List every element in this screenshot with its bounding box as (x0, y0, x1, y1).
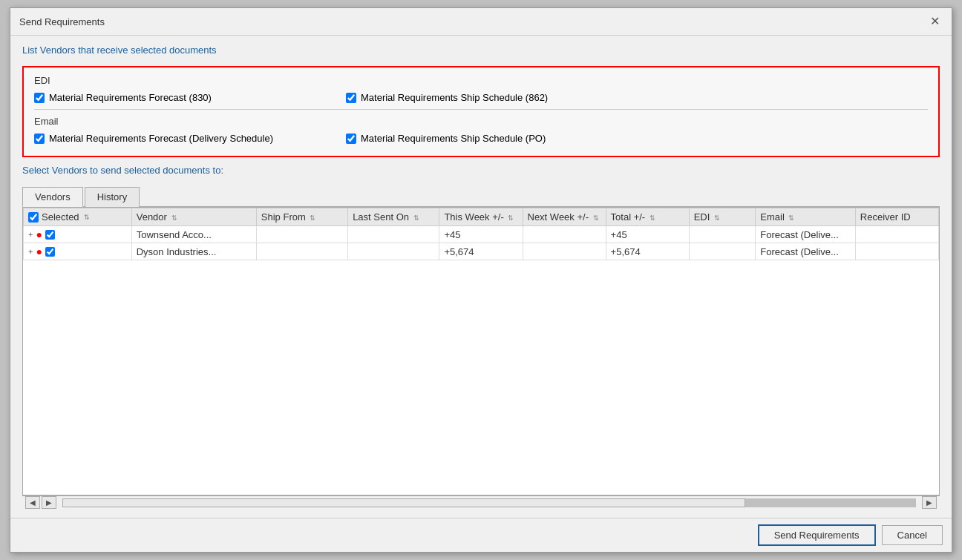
select-vendors-label: Select Vendors to send selected document… (22, 165, 940, 176)
th-receiver-id-label: Receiver ID (860, 211, 911, 223)
email-checkbox-row: Material Requirements Forecast (Delivery… (34, 133, 928, 144)
cell-receiver-id (855, 243, 938, 260)
cell-next-week (523, 243, 606, 260)
th-selected-label: Selected (42, 211, 79, 223)
select-all-checkbox[interactable] (28, 212, 39, 223)
expand-icon[interactable]: + (28, 247, 33, 256)
cancel-button[interactable]: Cancel (882, 525, 943, 545)
last-sent-sort-icon: ⇅ (413, 214, 419, 222)
th-email: Email ⇅ (756, 208, 856, 226)
th-next-week: Next Week +/- ⇅ (523, 208, 606, 226)
tab-history[interactable]: History (85, 187, 140, 207)
dialog-body: List Vendors that receive selected docum… (10, 36, 952, 518)
cell-this-week: +5,674 (439, 243, 523, 260)
dialog-footer: Send Requirements Cancel (10, 518, 952, 552)
cell-this-week: +45 (439, 226, 523, 243)
scroll-end-button[interactable]: ▶ (922, 496, 937, 509)
edi-email-divider (34, 109, 928, 110)
th-vendor: Vendor ⇅ (131, 208, 256, 226)
cell-selected: + ● (24, 226, 132, 243)
vendors-section: Vendors History Selected ⇅ (22, 186, 940, 509)
th-this-week: This Week +/- ⇅ (439, 208, 523, 226)
document-selection-box: EDI Material Requirements Forecast (830)… (22, 66, 940, 157)
email-section-title: Email (34, 116, 928, 127)
cell-vendor: Townsend Acco... (131, 226, 256, 243)
tab-vendors[interactable]: Vendors (22, 187, 83, 207)
this-week-sort-icon: ⇅ (508, 214, 514, 222)
th-email-label: Email (760, 211, 785, 223)
horizontal-scrollbar-area: ◀ ▶ ▶ (22, 495, 940, 509)
cell-email: Forecast (Delive... (756, 243, 856, 260)
cell-last-sent (348, 243, 439, 260)
edi-section-title: EDI (34, 75, 928, 86)
th-last-sent: Last Sent On ⇅ (348, 208, 439, 226)
next-week-sort-icon: ⇅ (593, 214, 599, 222)
send-requirements-button[interactable]: Send Requirements (758, 524, 876, 546)
th-selected: Selected ⇅ (24, 208, 132, 226)
expand-icon[interactable]: + (28, 230, 33, 239)
cell-last-sent (348, 226, 439, 243)
vendors-table-container: Selected ⇅ Vendor ⇅ Ship From ⇅ (22, 207, 940, 495)
edi-forecast-checkbox[interactable] (34, 93, 45, 103)
ship-from-sort-icon: ⇅ (310, 214, 315, 222)
cell-total: +45 (606, 226, 689, 243)
th-total-label: Total +/- (611, 211, 646, 223)
th-next-week-label: Next Week +/- (528, 211, 589, 223)
edi-ship-checkbox[interactable] (346, 93, 356, 103)
th-vendor-label: Vendor (137, 211, 167, 223)
th-last-sent-label: Last Sent On (353, 211, 409, 223)
cell-receiver-id (855, 226, 938, 243)
edi-forecast-item: Material Requirements Forecast (830) (34, 92, 316, 103)
email-forecast-checkbox[interactable] (34, 134, 45, 144)
vendor-sort-icon: ⇅ (171, 214, 177, 222)
row-checkbox[interactable] (45, 247, 55, 257)
cell-edi (689, 226, 756, 243)
total-sort-icon: ⇅ (649, 214, 655, 222)
table-body: + ● Townsend Acco...+45+45Forecast (Deli… (24, 226, 939, 260)
tab-bar: Vendors History (22, 186, 940, 207)
cell-selected: + ● (24, 243, 132, 260)
th-this-week-label: This Week +/- (444, 211, 503, 223)
th-receiver-id: Receiver ID (855, 208, 938, 226)
vendors-table: Selected ⇅ Vendor ⇅ Ship From ⇅ (23, 208, 939, 260)
email-forecast-item: Material Requirements Forecast (Delivery… (34, 133, 316, 144)
selected-sort-icon: ⇅ (84, 214, 90, 221)
email-ship-checkbox[interactable] (346, 134, 356, 144)
edi-checkbox-row: Material Requirements Forecast (830) Mat… (34, 92, 928, 103)
th-total: Total +/- ⇅ (606, 208, 689, 226)
th-ship-from-label: Ship From (261, 211, 306, 223)
th-ship-from: Ship From ⇅ (256, 208, 347, 226)
edi-ship-item: Material Requirements Ship Schedule (862… (346, 92, 628, 103)
scroll-left-button[interactable]: ◀ (25, 496, 40, 509)
row-checkbox[interactable] (45, 230, 55, 240)
dialog-title: Send Requirements (19, 16, 105, 27)
email-ship-item: Material Requirements Ship Schedule (PO) (346, 133, 628, 144)
email-ship-label: Material Requirements Ship Schedule (PO) (361, 133, 546, 144)
th-edi: EDI ⇅ (689, 208, 756, 226)
cell-ship-from (256, 226, 347, 243)
table-row: + ● Dyson Industries...+5,674+5,674Forec… (24, 243, 939, 260)
close-button[interactable]: ✕ (927, 14, 943, 29)
table-row: + ● Townsend Acco...+45+45Forecast (Deli… (24, 226, 939, 243)
edi-sort-icon: ⇅ (714, 214, 720, 222)
send-requirements-dialog: Send Requirements ✕ List Vendors that re… (10, 7, 952, 553)
list-vendors-label: List Vendors that receive selected docum… (22, 45, 940, 56)
error-icon: ● (36, 246, 42, 257)
cell-total: +5,674 (606, 243, 689, 260)
cell-next-week (523, 226, 606, 243)
edi-forecast-label: Material Requirements Forecast (830) (49, 92, 212, 103)
email-sort-icon: ⇅ (788, 214, 794, 222)
edi-ship-label: Material Requirements Ship Schedule (862… (361, 92, 548, 103)
th-edi-label: EDI (694, 211, 710, 223)
email-forecast-label: Material Requirements Forecast (Delivery… (49, 133, 273, 144)
error-icon: ● (36, 228, 42, 240)
cell-email: Forecast (Delive... (756, 226, 856, 243)
cell-edi (689, 243, 756, 260)
cell-ship-from (256, 243, 347, 260)
title-bar: Send Requirements ✕ (10, 8, 952, 36)
table-header-row: Selected ⇅ Vendor ⇅ Ship From ⇅ (24, 208, 939, 226)
scroll-right-button[interactable]: ▶ (42, 496, 56, 509)
cell-vendor: Dyson Industries... (131, 243, 256, 260)
